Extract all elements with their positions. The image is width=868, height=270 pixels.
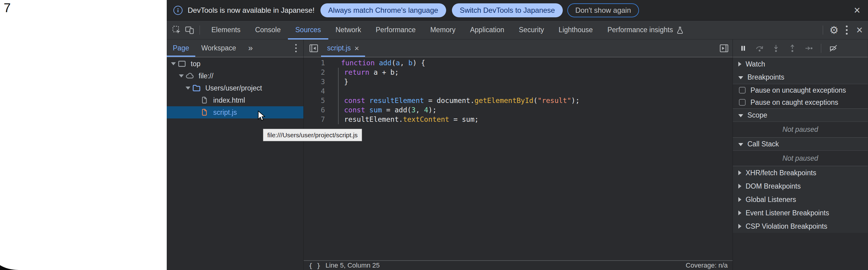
- toolbar-right: ⚙ ×: [818, 23, 866, 37]
- section-scope[interactable]: Scope: [733, 109, 868, 122]
- step-over-icon[interactable]: [755, 44, 764, 53]
- chevron-down-icon: [738, 114, 743, 117]
- switch-to-japanese-button[interactable]: Switch DevTools to Japanese: [452, 3, 563, 17]
- panes: Page Workspace » top: [167, 39, 868, 270]
- info-icon: [174, 6, 183, 15]
- call-stack-empty-state: Not paused: [733, 151, 868, 166]
- tab-close-icon[interactable]: ×: [354, 44, 359, 52]
- tree-item-file-protocol[interactable]: file://: [167, 70, 303, 82]
- tab-performance-insights[interactable]: Performance insights: [600, 21, 691, 39]
- infobar-message: DevTools is now available in Japanese!: [188, 6, 315, 14]
- infobar: DevTools is now available in Japanese! A…: [167, 0, 868, 21]
- chevron-down-icon: [738, 143, 743, 146]
- scope-empty-state: Not paused: [733, 122, 868, 137]
- collapse-navigator-icon[interactable]: [309, 44, 318, 53]
- inspect-element-icon[interactable]: [171, 24, 183, 36]
- navigator-tabs: Page Workspace »: [167, 39, 303, 57]
- chevron-down-icon: [738, 76, 743, 79]
- page-number: 7: [4, 1, 11, 15]
- chevron-right-icon: [738, 170, 741, 175]
- expand-sidebar-icon[interactable]: [719, 44, 728, 53]
- tab-application[interactable]: Application: [463, 21, 512, 39]
- debugger-sidebar: Watch Breakpoints Pause on uncaught exce…: [733, 39, 868, 270]
- section-xhr-breakpoints[interactable]: XHR/fetch Breakpoints: [733, 166, 868, 179]
- section-breakpoints[interactable]: Breakpoints: [733, 71, 868, 84]
- tab-performance[interactable]: Performance: [368, 21, 423, 39]
- settings-gear-icon[interactable]: ⚙: [827, 23, 841, 37]
- code-line: 4: [304, 87, 733, 96]
- cursor-position: Line 5, Column 25: [326, 262, 380, 269]
- toolbar-divider: [823, 26, 823, 35]
- main-toolbar: Elements Console Sources Network Perform…: [167, 21, 868, 39]
- editor-tabstrip: script.js ×: [304, 39, 733, 57]
- tree-item-script-js[interactable]: script.js: [167, 106, 303, 118]
- navigator-tab-workspace[interactable]: Workspace: [195, 39, 242, 57]
- debugger-toolbar: [733, 39, 868, 57]
- step-icon[interactable]: [805, 44, 813, 53]
- pause-caught-checkbox[interactable]: [739, 99, 746, 106]
- code-line: 1 function add(a, b) {: [304, 58, 733, 68]
- file-icon: [199, 96, 209, 104]
- kebab-menu-icon[interactable]: [841, 23, 853, 37]
- code-token: function: [341, 59, 375, 67]
- deactivate-breakpoints-icon[interactable]: [829, 44, 838, 53]
- mouse-cursor: [257, 111, 266, 122]
- tab-memory[interactable]: Memory: [423, 21, 463, 39]
- section-global-listeners[interactable]: Global Listeners: [733, 193, 868, 206]
- tree-item-index-html[interactable]: index.html: [167, 94, 303, 106]
- chevron-right-icon: [738, 184, 741, 189]
- pause-caught-row: Pause on caught exceptions: [733, 96, 868, 109]
- navigator-kebab-menu-icon[interactable]: [295, 44, 297, 52]
- file-icon-script: [199, 108, 209, 117]
- device-toolbar-icon[interactable]: [184, 24, 195, 36]
- file-tree: top file:// Users/user/p: [167, 57, 303, 270]
- toolbar-divider: [199, 26, 200, 35]
- always-match-language-button[interactable]: Always match Chrome's language: [320, 3, 446, 17]
- code-line: 5 const resultElement = document.getElem…: [304, 96, 733, 106]
- toolbar-divider: [821, 44, 821, 53]
- window-icon: [177, 60, 187, 68]
- code-editor[interactable]: 1 function add(a, b) { 2 return a + b; 3…: [304, 57, 733, 260]
- code-line: 7 resultElement.textContent = sum;: [304, 115, 733, 124]
- screen: 7 DevTools is now available in Japanese!…: [0, 0, 868, 270]
- tree-item-project-folder[interactable]: Users/user/project: [167, 82, 303, 94]
- pause-uncaught-checkbox[interactable]: [739, 87, 746, 94]
- corner-shape: [0, 258, 21, 270]
- indent-guide: [338, 68, 339, 124]
- dont-show-again-button[interactable]: Don't show again: [567, 3, 639, 17]
- section-call-stack[interactable]: Call Stack: [733, 137, 868, 151]
- code-line: 2 return a + b;: [304, 68, 733, 77]
- chevron-down-icon[interactable]: [185, 87, 191, 90]
- tree-item-top[interactable]: top: [167, 58, 303, 70]
- chevron-right-icon: [738, 210, 741, 215]
- devtools-close-icon[interactable]: ×: [853, 23, 866, 37]
- infobar-close-icon[interactable]: ×: [850, 4, 864, 17]
- more-tabs-icon[interactable]: »: [248, 43, 253, 53]
- tab-security[interactable]: Security: [512, 21, 551, 39]
- editor-status-bar: { } Line 5, Column 25 Coverage: n/a: [304, 260, 733, 270]
- navigator-tab-page[interactable]: Page: [167, 39, 195, 57]
- step-into-icon[interactable]: [772, 44, 780, 53]
- tab-network[interactable]: Network: [328, 21, 368, 39]
- flask-icon: [676, 26, 684, 34]
- chevron-right-icon: [738, 62, 741, 66]
- code-line: 6 const sum = add(3, 4);: [304, 106, 733, 115]
- folder-icon: [192, 84, 202, 93]
- tab-sources[interactable]: Sources: [288, 21, 328, 39]
- tab-console[interactable]: Console: [248, 21, 288, 39]
- pause-icon[interactable]: [739, 44, 747, 53]
- section-dom-breakpoints[interactable]: DOM Breakpoints: [733, 179, 868, 193]
- navigator-pane: Page Workspace » top: [167, 39, 304, 270]
- tab-elements[interactable]: Elements: [204, 21, 248, 39]
- tab-lighthouse[interactable]: Lighthouse: [551, 21, 600, 39]
- step-out-icon[interactable]: [788, 44, 797, 53]
- chevron-down-icon[interactable]: [178, 74, 184, 78]
- section-csp-violation-breakpoints[interactable]: CSP Violation Breakpoints: [733, 219, 868, 233]
- editor-tab-script-js[interactable]: script.js ×: [321, 39, 365, 57]
- section-event-listener-breakpoints[interactable]: Event Listener Breakpoints: [733, 206, 868, 219]
- code-line: 3 }: [304, 77, 733, 87]
- section-watch[interactable]: Watch: [733, 57, 868, 71]
- chevron-down-icon[interactable]: [170, 62, 177, 65]
- coverage-status: Coverage: n/a: [686, 262, 728, 269]
- pretty-print-icon[interactable]: { }: [309, 262, 321, 269]
